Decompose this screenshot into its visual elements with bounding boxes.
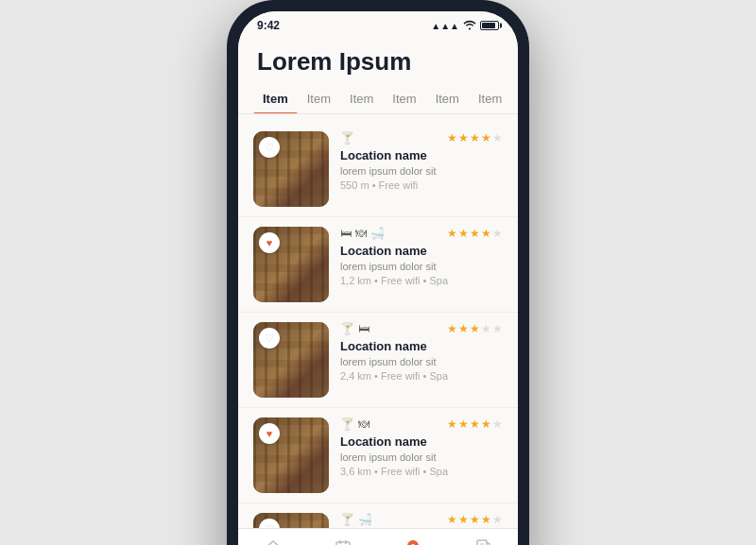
heart-badge-2[interactable]: ♡ (259, 328, 280, 349)
tab-item-1[interactable]: Item (298, 84, 340, 113)
nav-guides[interactable]: Guides (448, 536, 518, 545)
icon-bar-0: 🍸 (340, 131, 354, 145)
icon-bath-4: 🛁 (358, 513, 372, 526)
heart-badge-3[interactable]: ♥ (259, 423, 280, 444)
star-3-0: ★ (447, 417, 457, 431)
listing-name-0: Location name (340, 148, 503, 162)
icon-bath-1: 🛁 (370, 227, 385, 240)
listing-card-4[interactable]: ♡ 🍸 🛁 ★ ★ ★ (238, 503, 518, 528)
star-2-0: ★ (447, 322, 457, 335)
listing-name-2: Location name (340, 339, 503, 353)
listing-icons-3: 🍸 🍽 (340, 417, 369, 431)
star-3-4: ★ (492, 417, 503, 431)
wifi-icon (463, 20, 476, 32)
tab-item-5[interactable]: Item (469, 84, 511, 113)
listing-card-0[interactable]: ♡ 🍸 ★ ★ ★ ★ (238, 122, 518, 217)
listing-info-4: 🍸 🛁 ★ ★ ★ ★ ★ Location name (340, 513, 503, 528)
star-4-0: ★ (447, 513, 457, 526)
listing-card-3[interactable]: ♥ 🍸 🍽 ★ ★ ★ (238, 408, 518, 503)
listing-meta-2: 2,4 km • Free wifi • Spa (340, 370, 503, 382)
star-0-3: ★ (481, 131, 491, 145)
star-1-0: ★ (447, 227, 457, 240)
listing-header-0: 🍸 ★ ★ ★ ★ ★ (340, 131, 503, 145)
listing-icons-2: 🍸 🛏 (340, 322, 369, 335)
icon-bar-2: 🍸 (340, 322, 354, 335)
icon-bed-2: 🛏 (358, 322, 369, 335)
listing-info-1: 🛏 🍽 🛁 ★ ★ ★ ★ ★ (340, 227, 503, 302)
home-icon (262, 536, 284, 545)
listing-meta-1: 1,2 km • Free wifi • Spa (340, 275, 503, 286)
listing-header-1: 🛏 🍽 🛁 ★ ★ ★ ★ ★ (340, 227, 503, 240)
listing-header-4: 🍸 🛁 ★ ★ ★ ★ ★ (340, 513, 503, 526)
battery-icon (480, 21, 499, 30)
star-0-0: ★ (447, 131, 457, 145)
star-1-2: ★ (470, 227, 480, 240)
star-2-1: ★ (458, 322, 469, 335)
star-3-2: ★ (470, 417, 480, 431)
star-4-2: ★ (470, 513, 480, 526)
nav-home[interactable]: Home (238, 536, 308, 545)
icon-food-1: 🍽 (355, 227, 367, 240)
star-2-3: ★ (481, 322, 491, 335)
phone-frame: 9:42 ▲▲▲ Lorem Ipsum (227, 0, 529, 545)
content-area[interactable]: Lorem Ipsum Item Item Item Item Item (238, 36, 518, 528)
page-title: Lorem Ipsum (238, 36, 518, 84)
stars-1: ★ ★ ★ ★ ★ (447, 227, 503, 240)
listing-header-3: 🍸 🍽 ★ ★ ★ ★ ★ (340, 417, 503, 431)
listing-desc-3: lorem ipsum dolor sit (340, 451, 503, 463)
star-1-3: ★ (481, 227, 491, 240)
listing-image-1: ♥ (253, 227, 329, 302)
listing-meta-0: 550 m • Free wifi (340, 179, 503, 191)
star-0-1: ★ (458, 131, 469, 145)
nav-locations[interactable]: Locations (378, 536, 448, 545)
heart-badge-0[interactable]: ♡ (259, 137, 280, 158)
listing-header-2: 🍸 🛏 ★ ★ ★ ★ ★ (340, 322, 503, 335)
listing-info-0: 🍸 ★ ★ ★ ★ ★ Location name lorem ipsum (340, 131, 503, 207)
stars-0: ★ ★ ★ ★ ★ (447, 131, 503, 145)
listing-image-0: ♡ (253, 131, 329, 207)
listing-icons-4: 🍸 🛁 (340, 513, 372, 526)
icon-bed-1: 🛏 (340, 227, 352, 240)
star-0-2: ★ (470, 131, 480, 145)
icon-food-3: 🍽 (358, 417, 369, 431)
phone-screen: 9:42 ▲▲▲ Lorem Ipsum (238, 11, 518, 545)
star-4-1: ★ (458, 513, 469, 526)
listing-name-3: Location name (340, 434, 503, 449)
listing-meta-3: 3,6 km • Free wifi • Spa (340, 466, 503, 477)
star-1-4: ★ (492, 227, 503, 240)
signal-icon: ▲▲▲ (431, 21, 459, 31)
status-icons: ▲▲▲ (431, 20, 499, 32)
icon-bar-3: 🍸 (340, 417, 354, 431)
listing-info-2: 🍸 🛏 ★ ★ ★ ★ ★ Location name (340, 322, 503, 398)
listing-image-3: ♥ (253, 417, 329, 493)
listing-image-4: ♡ (253, 513, 329, 528)
star-2-4: ★ (492, 322, 503, 335)
status-time: 9:42 (257, 19, 280, 32)
listing-desc-1: lorem ipsum dolor sit (340, 261, 503, 272)
tab-item-2[interactable]: Item (340, 84, 383, 113)
listing-desc-2: lorem ipsum dolor sit (340, 356, 503, 367)
listing-icons-0: 🍸 (340, 131, 354, 145)
listing-card-2[interactable]: ♡ 🍸 🛏 ★ ★ ★ (238, 313, 518, 408)
listing-name-1: Location name (340, 244, 503, 258)
listing-list: ♡ 🍸 ★ ★ ★ ★ (238, 114, 518, 528)
heart-badge-1[interactable]: ♥ (259, 232, 280, 253)
star-2-2: ★ (470, 322, 480, 335)
tabs-container: Item Item Item Item Item Item (238, 84, 518, 114)
listing-card-1[interactable]: ♥ 🛏 🍽 🛁 ★ ★ (238, 217, 518, 313)
locations-icon (402, 536, 424, 545)
star-4-4: ★ (492, 513, 503, 526)
tab-item-4[interactable]: Item (426, 84, 469, 113)
star-3-3: ★ (481, 417, 491, 431)
tab-item-0[interactable]: Item (253, 84, 298, 113)
bottom-nav: Home Events (238, 528, 518, 545)
stars-3: ★ ★ ★ ★ ★ (447, 417, 503, 431)
events-icon (332, 536, 354, 545)
stars-2: ★ ★ ★ ★ ★ (447, 322, 503, 335)
tab-item-3[interactable]: Item (383, 84, 425, 113)
stars-4: ★ ★ ★ ★ ★ (447, 513, 503, 526)
guides-icon (472, 536, 494, 545)
listing-image-2: ♡ (253, 322, 329, 398)
status-bar: 9:42 ▲▲▲ (238, 11, 518, 36)
nav-events[interactable]: Events (308, 536, 378, 545)
